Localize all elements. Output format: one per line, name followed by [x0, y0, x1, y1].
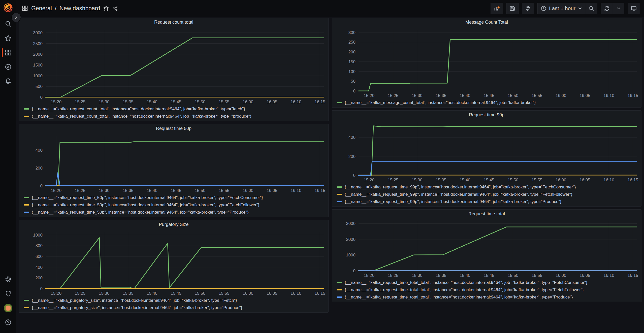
- dashboards-grid-icon[interactable]: [22, 5, 28, 12]
- legend-item[interactable]: {__name__="kafka_request_time_99p", inst…: [337, 183, 641, 191]
- legend-item[interactable]: {__name__="kafka_request_time_total_tota…: [337, 279, 641, 286]
- svg-text:400: 400: [36, 148, 43, 153]
- panel-title-bar[interactable]: Request time total: [332, 210, 641, 218]
- timeseries-chart[interactable]: 15:2015:2515:3015:3515:4015:4515:5015:55…: [19, 133, 328, 194]
- svg-text:15:45: 15:45: [171, 291, 181, 296]
- panel-title-bar[interactable]: Message Count Total: [332, 18, 641, 26]
- svg-text:15:30: 15:30: [412, 273, 423, 278]
- panel-title-bar[interactable]: Request time 99p: [332, 111, 641, 119]
- time-controls: Last 1 hour: [537, 3, 597, 14]
- legend-item[interactable]: {__name__="kafka_purgatory_size", instan…: [24, 304, 328, 311]
- series-color-swatch: [24, 307, 29, 308]
- legend-item[interactable]: {__name__="kafka_request_time_99p", inst…: [337, 198, 641, 205]
- svg-text:15:40: 15:40: [460, 93, 470, 98]
- svg-text:150: 150: [348, 59, 356, 64]
- svg-text:15:20: 15:20: [364, 93, 375, 98]
- sidebar-profile-button[interactable]: [0, 301, 16, 315]
- svg-text:15:45: 15:45: [484, 178, 494, 182]
- sidebar-server-admin-button[interactable]: [0, 286, 16, 301]
- svg-text:15:40: 15:40: [460, 178, 470, 182]
- share-dashboard-button[interactable]: [112, 5, 118, 11]
- refresh-interval-dropdown[interactable]: [613, 3, 624, 14]
- legend-item[interactable]: {__name__="kafka_request_time_50p", inst…: [24, 201, 328, 209]
- timeseries-chart[interactable]: 15:2015:2515:3015:3515:4015:4515:5015:55…: [19, 229, 328, 297]
- svg-text:15:50: 15:50: [195, 99, 206, 104]
- series-color-swatch: [24, 204, 29, 206]
- svg-text:16:15: 16:15: [314, 99, 325, 104]
- favorite-dashboard-button[interactable]: [103, 5, 109, 11]
- sidebar-configuration-button[interactable]: [0, 272, 16, 286]
- timeseries-chart[interactable]: 15:2015:2515:3015:3515:4015:4515:5015:55…: [332, 119, 641, 183]
- chart-area: 15:2015:2515:3015:3515:4015:4515:5015:55…: [332, 119, 641, 183]
- svg-text:16:10: 16:10: [603, 273, 614, 278]
- top-navbar: General / New dashboard: [16, 0, 644, 17]
- zoom-out-time-button[interactable]: [585, 3, 597, 14]
- series-color-swatch: [337, 296, 342, 298]
- dashboard-grid: Request count total 15:2015:2515:3015:35…: [16, 17, 644, 333]
- star-icon: [103, 5, 109, 11]
- svg-text:15:55: 15:55: [219, 291, 230, 296]
- svg-text:1000: 1000: [33, 74, 43, 78]
- svg-text:16:10: 16:10: [603, 178, 614, 182]
- timeseries-chart[interactable]: 15:2015:2515:3015:3515:4015:4515:5015:55…: [332, 26, 641, 99]
- panel-title-bar[interactable]: Purgatory Size: [19, 220, 328, 229]
- series-color-swatch: [24, 300, 29, 301]
- legend-item[interactable]: {__name__="kafka_request_time_50p", inst…: [24, 194, 328, 201]
- gear-icon: [525, 5, 531, 12]
- svg-text:16:15: 16:15: [627, 178, 638, 182]
- share-icon: [112, 5, 118, 11]
- kiosk-mode-button[interactable]: [628, 3, 640, 14]
- breadcrumb-dashboard-title[interactable]: New dashboard: [59, 5, 100, 12]
- sidebar-dashboards-button[interactable]: [0, 45, 16, 60]
- svg-text:200: 200: [348, 154, 356, 159]
- legend-item[interactable]: {__name__="kafka_request_count_total", i…: [24, 105, 328, 113]
- panel-title-bar[interactable]: Request count total: [19, 18, 328, 26]
- svg-text:1000: 1000: [346, 253, 356, 257]
- legend-item[interactable]: {__name__="kafka_message_count_total", i…: [337, 99, 641, 106]
- legend-item[interactable]: {__name__="kafka_request_count_total", i…: [24, 113, 328, 120]
- sidebar-explore-button[interactable]: [0, 60, 16, 74]
- sidebar-help-button[interactable]: [0, 315, 16, 329]
- legend-item[interactable]: {__name__="kafka_purgatory_size", instan…: [24, 297, 328, 304]
- legend-label: {__name__="kafka_request_time_50p", inst…: [32, 195, 263, 200]
- chart-area: 15:2015:2515:3015:3515:4015:4515:5015:55…: [332, 218, 641, 279]
- panel-title: Purgatory Size: [159, 222, 188, 227]
- legend-item[interactable]: {__name__="kafka_request_time_total_tota…: [337, 293, 641, 301]
- chart-area: 15:2015:2515:3015:3515:4015:4515:5015:55…: [332, 26, 641, 99]
- svg-text:300: 300: [348, 30, 356, 35]
- dashboard-settings-button[interactable]: [522, 3, 534, 14]
- panel-title: Request time 50p: [156, 126, 191, 131]
- panel-legend: {__name__="kafka_request_count_total", i…: [19, 105, 328, 120]
- series-color-swatch: [24, 197, 29, 198]
- legend-item[interactable]: {__name__="kafka_request_time_total_tota…: [337, 286, 641, 293]
- svg-text:50: 50: [351, 79, 356, 84]
- svg-text:16:05: 16:05: [579, 93, 590, 98]
- legend-item[interactable]: {__name__="kafka_request_time_99p", inst…: [337, 191, 641, 198]
- sidebar-alerting-button[interactable]: [0, 74, 16, 88]
- svg-text:16:10: 16:10: [603, 93, 614, 98]
- svg-text:15:55: 15:55: [219, 188, 230, 193]
- svg-text:15:25: 15:25: [75, 291, 86, 296]
- sidebar-starred-button[interactable]: [0, 31, 16, 45]
- grafana-logo[interactable]: [3, 3, 13, 13]
- compass-icon: [5, 63, 12, 71]
- add-panel-button[interactable]: [491, 3, 503, 14]
- svg-text:15:45: 15:45: [171, 99, 181, 104]
- timeseries-chart[interactable]: 15:2015:2515:3015:3515:4015:4515:5015:55…: [332, 218, 641, 279]
- legend-item[interactable]: {__name__="kafka_request_time_50p", inst…: [24, 209, 328, 216]
- svg-text:16:00: 16:00: [556, 178, 566, 182]
- refresh-dashboard-button[interactable]: [601, 3, 613, 14]
- time-range-picker[interactable]: Last 1 hour: [537, 3, 585, 14]
- breadcrumb-folder[interactable]: General: [31, 5, 52, 12]
- svg-text:15:25: 15:25: [75, 99, 86, 104]
- panel-request-time-99p: Request time 99p 15:2015:2515:3015:3515:…: [332, 110, 641, 207]
- svg-text:15:45: 15:45: [484, 93, 494, 98]
- dashboard-toolbar: Last 1 hour: [491, 3, 640, 14]
- sidebar-expand-button[interactable]: [11, 13, 21, 22]
- panel-legend: {__name__="kafka_message_count_total", i…: [332, 99, 641, 106]
- timeseries-chart[interactable]: 15:2015:2515:3015:3515:4015:4515:5015:55…: [19, 26, 328, 105]
- save-dashboard-button[interactable]: [506, 3, 519, 14]
- svg-text:15:25: 15:25: [388, 178, 399, 182]
- panel-title-bar[interactable]: Request time 50p: [19, 124, 328, 133]
- svg-text:15:40: 15:40: [147, 188, 157, 193]
